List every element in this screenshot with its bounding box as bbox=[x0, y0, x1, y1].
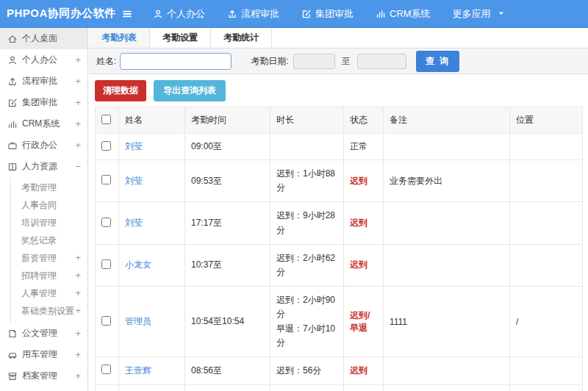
employee-name-link[interactable]: 王壹辉 bbox=[125, 365, 151, 376]
topnav-item[interactable]: 个人办公 bbox=[153, 7, 205, 21]
sidebar-subitem[interactable]: 奖惩记录 bbox=[11, 232, 87, 249]
tab-item[interactable]: 考勤设置 bbox=[150, 28, 211, 48]
duration-cell: 迟到：9小时28分 bbox=[270, 202, 344, 244]
sidebar-item[interactable]: 用车管理+ bbox=[0, 344, 87, 365]
table-row: 管理员10:54至10:54迟到：2小时90分早退：7小时10分迟到/早退111… bbox=[96, 287, 583, 357]
sidebar-item[interactable]: 集团审批+ bbox=[0, 92, 87, 113]
row-checkbox-cell bbox=[96, 244, 119, 286]
row-checkbox[interactable] bbox=[101, 259, 111, 269]
column-header: 时长 bbox=[270, 107, 344, 134]
time-cell: 09:53至 bbox=[185, 160, 270, 202]
tab-active[interactable]: 考勤列表 bbox=[89, 28, 150, 48]
chart-icon bbox=[376, 9, 386, 19]
status-cell: 迟到 bbox=[344, 356, 384, 384]
car-icon bbox=[7, 350, 18, 360]
user-icon bbox=[7, 55, 18, 65]
duration-cell bbox=[270, 134, 344, 160]
topnav-item[interactable]: 流程审批 bbox=[227, 7, 279, 21]
sidebar-item[interactable]: 个人桌面 bbox=[0, 28, 87, 49]
status-badge: 迟到 bbox=[350, 176, 368, 186]
sidebar-subitem[interactable]: 考勤管理 bbox=[11, 179, 87, 196]
share-icon bbox=[227, 9, 237, 19]
book-icon bbox=[7, 162, 18, 172]
sidebar-item[interactable]: 人力资源− bbox=[0, 156, 87, 177]
sidebar-subitem[interactable]: 基础类别设置+ bbox=[11, 302, 87, 320]
employee-name-link[interactable]: 刘莹 bbox=[125, 176, 143, 186]
topnav-item[interactable]: CRM系统 bbox=[376, 7, 431, 21]
sidebar-item-label: 公文管理 bbox=[22, 327, 57, 340]
menu-icon[interactable] bbox=[118, 4, 137, 24]
name-cell: 黄蓉 bbox=[119, 385, 185, 391]
name-cell: 管理员 bbox=[119, 287, 185, 357]
row-checkbox[interactable] bbox=[101, 365, 111, 374]
status-cell: 迟到/早退 bbox=[344, 287, 384, 357]
edit-icon bbox=[301, 9, 312, 19]
clean-data-button[interactable]: 清理数据 bbox=[95, 80, 146, 101]
sidebar-item[interactable]: 项目管理+ bbox=[0, 387, 87, 391]
column-header: 考勤时间 bbox=[185, 107, 270, 134]
date-to-input[interactable] bbox=[357, 54, 406, 69]
filter-bar: 姓名: 考勤日期: 至 查 询 bbox=[89, 49, 588, 74]
name-cell: 小龙女 bbox=[119, 244, 185, 286]
employee-name-link[interactable]: 刘莹 bbox=[125, 218, 143, 228]
name-filter-input[interactable] bbox=[120, 53, 232, 70]
app-logo: PHPOA协同办公软件 bbox=[0, 7, 118, 21]
topnav-item[interactable]: 更多应用 bbox=[453, 7, 505, 21]
expand-plus-icon: + bbox=[75, 118, 81, 129]
topnav-item-label: 个人办公 bbox=[167, 7, 205, 21]
sidebar-subitem-label: 考勤管理 bbox=[21, 182, 57, 193]
top-navigation: 个人办公流程审批集团审批CRM系统更多应用 bbox=[153, 7, 505, 21]
column-header: 姓名 bbox=[119, 107, 185, 134]
sidebar-item[interactable]: 档案管理+ bbox=[0, 365, 87, 387]
sidebar-subitem[interactable]: 人事合同 bbox=[11, 196, 87, 214]
sidebar-subitem[interactable]: 薪资管理+ bbox=[11, 249, 87, 267]
row-checkbox[interactable] bbox=[101, 218, 111, 227]
table-row: 刘莹09:00至正常 bbox=[96, 134, 583, 160]
status-cell: 迟到/早退 bbox=[344, 385, 384, 391]
sidebar-item[interactable]: 流程审批+ bbox=[0, 71, 87, 92]
sidebar-item[interactable]: 个人办公+ bbox=[0, 49, 87, 71]
time-cell: 10:37至 bbox=[185, 244, 270, 286]
table-row: 刘莹09:53至迟到：1小时88分迟到业务需要外出 bbox=[96, 160, 583, 202]
sidebar-subitem[interactable]: 招聘管理+ bbox=[11, 267, 87, 284]
employee-name-link[interactable]: 管理员 bbox=[125, 316, 151, 326]
duration-cell: 迟到：2小时90分早退：7小时10分 bbox=[270, 287, 344, 357]
sidebar-item[interactable]: 行政办公+ bbox=[0, 134, 87, 156]
sidebar-subitem[interactable]: 培训管理 bbox=[11, 214, 87, 232]
date-from-input[interactable] bbox=[293, 54, 335, 69]
time-cell: 17:17至 bbox=[185, 202, 270, 244]
row-checkbox[interactable] bbox=[101, 141, 111, 151]
row-checkbox[interactable] bbox=[101, 316, 111, 326]
export-list-button[interactable]: 导出查询列表 bbox=[154, 80, 226, 101]
sidebar-item-label: 行政办公 bbox=[22, 139, 57, 151]
location-cell bbox=[510, 160, 583, 202]
topnav-item-label: 更多应用 bbox=[453, 7, 491, 21]
sidebar-subitem[interactable]: 人事管理+ bbox=[11, 284, 87, 302]
main-content: 考勤列表考勤设置考勤统计 姓名: 考勤日期: 至 查 询 清理数据 导出查询列表… bbox=[89, 28, 588, 391]
sidebar-item[interactable]: 公文管理+ bbox=[0, 323, 87, 344]
duration-cell: 迟到：1小时88分 bbox=[270, 160, 344, 202]
table-row: 小龙女10:37至迟到：2小时62分迟到 bbox=[96, 244, 583, 286]
duration-line: 早退：7小时10分 bbox=[276, 322, 337, 350]
employee-name-link[interactable]: 刘莹 bbox=[125, 141, 143, 151]
expand-plus-icon: + bbox=[75, 76, 81, 87]
topnav-item[interactable]: 集团审批 bbox=[301, 7, 354, 21]
duration-line: 迟到：2小时62分 bbox=[276, 251, 337, 279]
name-cell: 刘莹 bbox=[119, 202, 185, 244]
select-all-checkbox[interactable] bbox=[101, 115, 111, 124]
row-checkbox-cell bbox=[96, 202, 119, 244]
row-checkbox[interactable] bbox=[101, 175, 111, 184]
name-cell: 刘莹 bbox=[119, 134, 185, 160]
sidebar-subitem-label: 招聘管理 bbox=[21, 270, 57, 281]
sidebar-item-label: 集团审批 bbox=[22, 96, 57, 109]
sidebar-submenu: 考勤管理人事合同培训管理奖惩记录薪资管理+招聘管理+人事管理+基础类别设置+ bbox=[10, 177, 87, 323]
expand-plus-icon: + bbox=[75, 97, 81, 108]
duration-line: 迟到：1小时88分 bbox=[276, 167, 337, 195]
query-button[interactable]: 查 询 bbox=[416, 51, 459, 72]
sidebar-item[interactable]: CRM系统+ bbox=[0, 113, 87, 134]
tab-item[interactable]: 考勤统计 bbox=[211, 28, 272, 48]
row-checkbox-cell bbox=[96, 356, 119, 384]
duration-line: 迟到：9小时28分 bbox=[276, 209, 337, 237]
employee-name-link[interactable]: 小龙女 bbox=[125, 259, 151, 270]
share-icon bbox=[7, 76, 18, 87]
